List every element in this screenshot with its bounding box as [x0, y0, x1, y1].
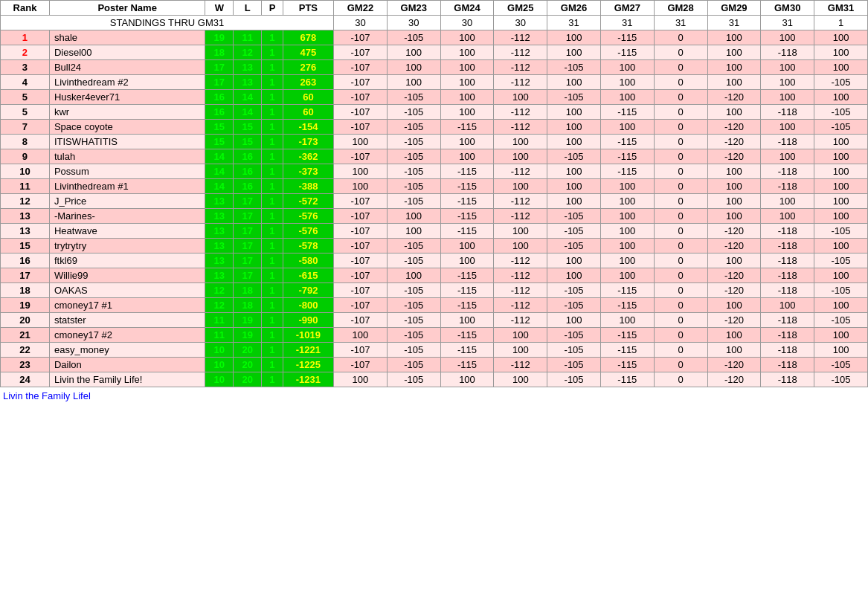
- gm30-cell: -118: [761, 179, 814, 194]
- gm24-cell: 100: [440, 135, 494, 149]
- gm30-cell: -118: [761, 283, 814, 298]
- rank-cell: 4: [1, 75, 50, 90]
- standings-banner-row: STANDINGS THRU GM31 30 30 30 30 31 31 31…: [1, 16, 868, 30]
- gm29-cell: 100: [707, 209, 761, 224]
- col-gm26: GM26: [547, 1, 601, 16]
- table-row: 1shale19111678-107-105100-112100-1150100…: [1, 30, 868, 45]
- gm24-cell: 100: [440, 253, 494, 268]
- gm27-cell: -115: [600, 343, 654, 358]
- pts-cell: -580: [283, 253, 333, 268]
- rank-cell: 24: [1, 372, 50, 387]
- gm24-cell: -115: [440, 194, 494, 209]
- rank-cell: 21: [1, 328, 50, 343]
- gm29-cell: 100: [707, 179, 761, 194]
- header-row: Rank Poster Name W L P PTS GM22 GM23 GM2…: [1, 1, 868, 16]
- gm25-cell: 100: [494, 224, 547, 239]
- gm31-cell: -105: [814, 358, 868, 372]
- l-cell: 11: [234, 30, 262, 45]
- w-cell: 11: [205, 313, 234, 328]
- gm26-cell: -105: [547, 358, 601, 372]
- gm26-cell: -105: [547, 372, 601, 387]
- gm29-cell: -120: [707, 283, 761, 298]
- gm26-cell: 100: [547, 179, 601, 194]
- gm28-cell: 0: [654, 328, 707, 343]
- gm27-cell: -115: [600, 358, 654, 372]
- gm24-cell: -115: [440, 120, 494, 135]
- gm26-cell: 100: [547, 268, 601, 283]
- w-cell: 10: [205, 343, 234, 358]
- pts-cell: 263: [283, 75, 333, 90]
- l-cell: 13: [234, 75, 262, 90]
- gm24-cell: 100: [440, 239, 494, 253]
- table-row: 20statster11191-990-107-105100-112100100…: [1, 313, 868, 328]
- rank-cell: 20: [1, 313, 50, 328]
- p-cell: 1: [262, 194, 283, 209]
- gm23-cell: -105: [387, 149, 440, 164]
- col-w: W: [205, 1, 234, 16]
- gm23-cell: -105: [387, 164, 440, 179]
- table-row: 13-Marines-13171-576-107100-115-112-1051…: [1, 209, 868, 224]
- gm30-cell: -118: [761, 239, 814, 253]
- pts-cell: -792: [283, 283, 333, 298]
- pts-cell: -154: [283, 120, 333, 135]
- gm26-cell: 100: [547, 45, 601, 60]
- l-cell: 15: [234, 135, 262, 149]
- gm29-cell: 100: [707, 328, 761, 343]
- gm25-cell: -112: [494, 105, 547, 120]
- l-cell: 18: [234, 298, 262, 313]
- standings-gm29: 31: [707, 16, 761, 30]
- gm22-cell: -107: [334, 105, 388, 120]
- gm31-cell: -105: [814, 120, 868, 135]
- gm27-cell: 100: [600, 239, 654, 253]
- w-cell: 10: [205, 358, 234, 372]
- gm31-cell: 100: [814, 30, 868, 45]
- rank-cell: 3: [1, 60, 50, 75]
- standings-gm25: 30: [494, 16, 547, 30]
- gm28-cell: 0: [654, 283, 707, 298]
- p-cell: 1: [262, 343, 283, 358]
- gm23-cell: -105: [387, 253, 440, 268]
- p-cell: 1: [262, 164, 283, 179]
- gm28-cell: 0: [654, 298, 707, 313]
- gm22-cell: 100: [334, 164, 388, 179]
- gm25-cell: -112: [494, 60, 547, 75]
- w-cell: 14: [205, 164, 234, 179]
- w-cell: 14: [205, 179, 234, 194]
- gm31-cell: 100: [814, 298, 868, 313]
- gm22-cell: 100: [334, 135, 388, 149]
- gm29-cell: -120: [707, 149, 761, 164]
- col-gm29: GM29: [707, 1, 761, 16]
- table-row: 17Willie9913171-615-107100-115-112100100…: [1, 268, 868, 283]
- w-cell: 14: [205, 149, 234, 164]
- gm31-cell: 100: [814, 209, 868, 224]
- gm28-cell: 0: [654, 75, 707, 90]
- w-cell: 12: [205, 283, 234, 298]
- gm29-cell: -120: [707, 372, 761, 387]
- gm23-cell: -105: [387, 135, 440, 149]
- poster-name-cell: kwr: [49, 105, 205, 120]
- gm22-cell: 100: [334, 328, 388, 343]
- poster-name-cell: Diesel00: [49, 45, 205, 60]
- gm31-cell: 100: [814, 164, 868, 179]
- col-gm23: GM23: [387, 1, 440, 16]
- gm29-cell: 100: [707, 45, 761, 60]
- p-cell: 1: [262, 224, 283, 239]
- rank-cell: 10: [1, 164, 50, 179]
- gm26-cell: 100: [547, 164, 601, 179]
- poster-name-cell: Space coyote: [49, 120, 205, 135]
- gm27-cell: 100: [600, 120, 654, 135]
- pts-cell: 475: [283, 45, 333, 60]
- w-cell: 17: [205, 75, 234, 90]
- table-row: 5kwr1614160-107-105100-112100-1150100-11…: [1, 105, 868, 120]
- p-cell: 1: [262, 298, 283, 313]
- gm30-cell: -118: [761, 45, 814, 60]
- gm26-cell: -105: [547, 90, 601, 105]
- l-cell: 20: [234, 343, 262, 358]
- l-cell: 15: [234, 120, 262, 135]
- poster-name-cell: trytrytry: [49, 239, 205, 253]
- gm26-cell: 100: [547, 75, 601, 90]
- table-row: 24Livin the Family Life!10201-1231100-10…: [1, 372, 868, 387]
- gm28-cell: 0: [654, 253, 707, 268]
- w-cell: 19: [205, 30, 234, 45]
- gm22-cell: 100: [334, 372, 388, 387]
